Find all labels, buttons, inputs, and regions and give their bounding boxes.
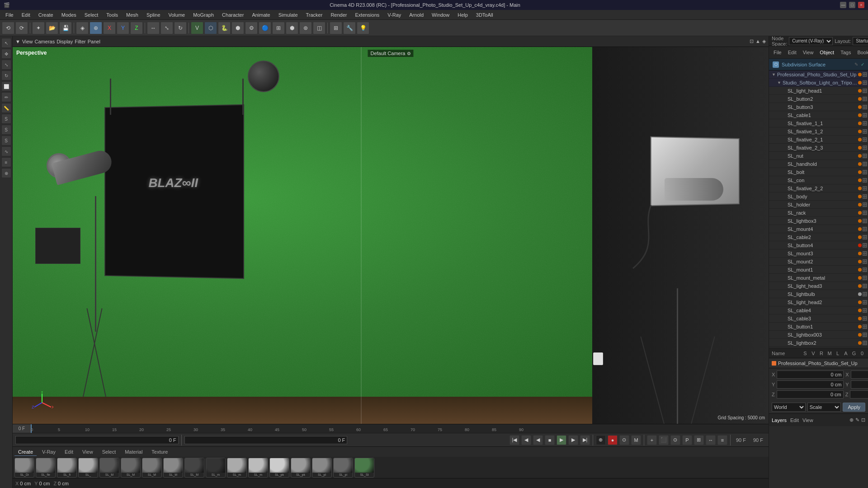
left-tool-select[interactable]: ↖ [1, 38, 11, 48]
tool-btn-g[interactable]: ≡ [717, 435, 727, 445]
material-slot-2[interactable]: SL_fi [57, 458, 77, 478]
tree-item-7[interactable]: SL_fixative_1_2 [769, 127, 868, 136]
material-slot-14[interactable]: SL_pl [312, 458, 332, 478]
keyframe-button[interactable]: ⊙ [619, 435, 629, 445]
left-tool-pen[interactable]: ✏ [1, 92, 11, 102]
menu-modes[interactable]: Modes [58, 11, 80, 19]
om-tab-tags[interactable]: Tags [839, 49, 853, 56]
viewport-tab-cameras[interactable]: Cameras [35, 39, 55, 44]
vp-icon3[interactable]: ◈ [762, 38, 766, 44]
tree-item-19[interactable]: SL_mount4 [769, 225, 868, 233]
layers-action2[interactable]: ✎ [855, 417, 859, 423]
menu-character[interactable]: Character [218, 11, 247, 19]
viewport-tab-filter[interactable]: Filter [75, 39, 85, 44]
play-button[interactable]: ▶ [557, 435, 566, 445]
om-tab-file[interactable]: File [772, 49, 783, 56]
stop-button[interactable]: ■ [545, 435, 555, 445]
material-slot-5[interactable]: SL_M [121, 458, 141, 478]
tree-item-18[interactable]: SL_lightbox3 [769, 217, 868, 225]
tree-item-30[interactable]: SL_cable3 [769, 314, 868, 323]
material-slot-1[interactable]: SL_fle [36, 458, 56, 478]
menu-extensions[interactable]: Extensions [351, 11, 383, 19]
viewport-tab-view[interactable]: View [22, 39, 33, 44]
new-object-button[interactable]: ✦ [32, 22, 45, 34]
viewport-canvas[interactable]: BLAZ∞II Perspective [13, 47, 769, 424]
material-slot-13[interactable]: SL_pk [291, 458, 311, 478]
plugin-btn4[interactable]: 🔵 [259, 22, 271, 34]
plugin-btn8[interactable]: ◫ [313, 22, 326, 34]
tree-item-11[interactable]: SL_handhold [769, 160, 868, 168]
ci-y-input[interactable] [777, 380, 844, 389]
menu-window[interactable]: Window [428, 11, 453, 19]
tree-item-26[interactable]: SL_light_head3 [769, 282, 868, 290]
vray-icon2[interactable]: ⬡ [204, 22, 217, 34]
tree-item-21[interactable]: SL_button4 [769, 241, 868, 249]
om-tab-edit[interactable]: Edit [786, 49, 798, 56]
menu-render[interactable]: Render [327, 11, 350, 19]
ci-x2-input[interactable] [851, 371, 868, 379]
plugin-btn6[interactable]: ⬢ [286, 22, 298, 34]
menu-animate[interactable]: Animate [248, 11, 274, 19]
timeline[interactable]: 0 F 0 5 10 15 20 25 30 35 40 45 50 55 60 [13, 424, 769, 433]
world-select[interactable]: World [772, 403, 806, 412]
tree-item-14[interactable]: SL_fixative_2_2 [769, 184, 868, 192]
ci-x-input[interactable] [777, 371, 844, 379]
menu-create[interactable]: Create [35, 11, 57, 19]
prev-frame-button[interactable]: ◀ [521, 435, 531, 445]
tree-item-3[interactable]: SL_button2 [769, 95, 868, 103]
left-tool-sculpt[interactable]: S [1, 136, 11, 145]
grid-button[interactable]: ⊞ [330, 22, 342, 34]
redo-button[interactable]: ⟳ [15, 22, 28, 34]
plugin-btn3[interactable]: ⚙ [245, 22, 258, 34]
vp-icon1[interactable]: ⊡ [750, 38, 754, 44]
left-tool-box[interactable]: ⬜ [1, 81, 11, 91]
viewport-tab-panel[interactable]: Panel [88, 39, 100, 44]
mat-tab-select[interactable]: Select [99, 448, 120, 456]
tree-item-13[interactable]: SL_con [769, 176, 868, 184]
poly-mode-button[interactable]: Z [130, 22, 143, 34]
menu-volume[interactable]: Volume [165, 11, 189, 19]
menu-help[interactable]: Help [454, 11, 472, 19]
node-space-select[interactable]: Current (V-Ray) [789, 37, 833, 45]
scale-select[interactable]: Scale [807, 403, 841, 412]
subdivision-surface-row[interactable]: ⬡ Subdivision Surface ✎ ✓ [769, 59, 868, 70]
tree-item-27[interactable]: SL_lightbulb [769, 290, 868, 298]
ci-y2-input[interactable] [851, 380, 868, 389]
tree-item-17[interactable]: SL_rack [769, 209, 868, 217]
mat-tab-material[interactable]: Material [121, 448, 146, 456]
menu-mesh[interactable]: Mesh [123, 11, 142, 19]
tree-item-0[interactable]: ▼Professional_Photo_Studio_Set_Up [769, 70, 868, 79]
vray-icon1[interactable]: V [191, 22, 203, 34]
tool-btn-e[interactable]: ⊞ [694, 435, 704, 445]
material-slot-7[interactable]: SL_M [163, 458, 183, 478]
plugin-btn5[interactable]: ⊞ [272, 22, 285, 34]
undo-button[interactable]: ⟲ [2, 22, 14, 34]
left-tool-brush[interactable]: S [1, 125, 11, 135]
apply-button[interactable]: Apply [843, 403, 865, 412]
tree-item-8[interactable]: SL_fixative_2_1 [769, 136, 868, 144]
material-slot-10[interactable]: SL_m [227, 458, 247, 478]
material-slot-0[interactable]: SL_Di [14, 458, 34, 478]
viewport-tab-display[interactable]: Display [57, 39, 73, 44]
tool-btn-f[interactable]: ↔ [706, 435, 716, 445]
save-button[interactable]: 💾 [59, 22, 72, 34]
left-tool-layers[interactable]: ≡ [1, 157, 11, 167]
left-tool-misc[interactable]: ⊕ [1, 168, 11, 178]
tree-item-34[interactable]: SL_lightbox1 [769, 347, 868, 348]
material-slot-9[interactable]: SL_m [206, 458, 226, 478]
material-slot-4[interactable]: SL_M [99, 458, 119, 478]
edit-tab[interactable]: Edit [790, 418, 799, 423]
material-slot-11[interactable]: SL_m [248, 458, 268, 478]
plugin-btn2[interactable]: ⬢ [231, 22, 244, 34]
model-mode-button[interactable]: ◈ [76, 22, 89, 34]
light-button[interactable]: 💡 [357, 22, 369, 34]
tool-btn-c[interactable]: ⊙ [670, 435, 680, 445]
snap-button[interactable]: 🔧 [343, 22, 356, 34]
tree-item-10[interactable]: SL_nut [769, 152, 868, 160]
layers-action3[interactable]: ⊡ [861, 417, 865, 423]
material-slot-3[interactable]: SL_ [78, 458, 98, 478]
om-tab-bookmark[interactable]: Bookmark [855, 49, 868, 56]
om-tab-object[interactable]: Object [818, 49, 836, 56]
left-tool-spline[interactable]: ∿ [1, 146, 11, 156]
menu-arnold[interactable]: Arnold [406, 11, 427, 19]
